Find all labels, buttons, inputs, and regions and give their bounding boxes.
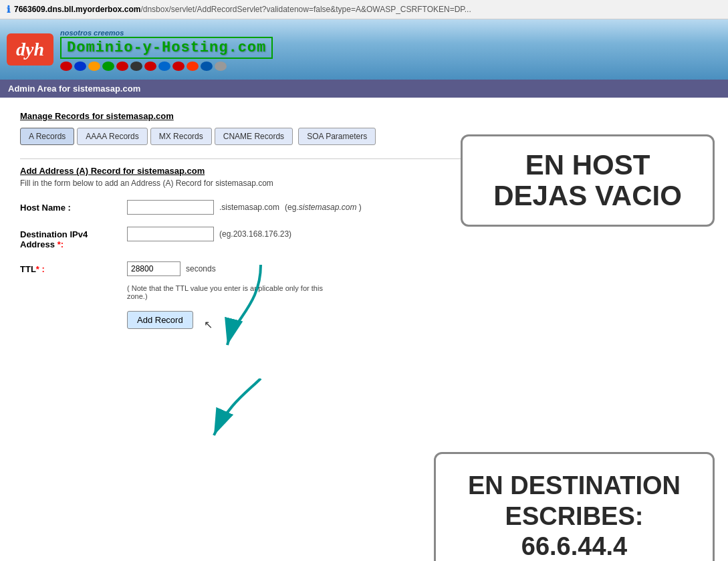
tab-cname-records[interactable]: CNAME Records [215, 128, 293, 145]
host-example-italic: sistemasap.com [299, 203, 357, 212]
brand-name: Dominio-y-Hosting.com [60, 37, 273, 59]
destination-input[interactable] [127, 227, 214, 241]
tab-soa-parameters[interactable]: SOA Parameters [298, 128, 376, 145]
tab-aaaa-records[interactable]: AAAA Records [77, 128, 147, 145]
callout-bottom-line2: ESCRIBES: [463, 501, 686, 532]
admin-area-label: Admin Area for sistemasap.com [8, 84, 140, 94]
callout-bottom-line1: EN DESTINATION [463, 471, 686, 501]
logo-section: dyh nosotros creemos Dominio-y-Hosting.c… [7, 29, 273, 71]
flag-2 [74, 62, 86, 71]
host-suffix: .sistemasap.com [219, 203, 279, 212]
flag-10 [187, 62, 199, 71]
flag-1 [60, 62, 72, 71]
ttl-suffix: seconds [186, 264, 216, 273]
callout-top-text: EN HOST DEJAS VACIO [483, 150, 693, 211]
dest-example: (eg.203.168.176.23) [219, 229, 291, 239]
destination-label-2: Address *: [20, 239, 64, 249]
flag-7 [144, 62, 156, 71]
host-name-input-area: .sistemasap.com (eg.sistemasap.com ) [127, 200, 362, 215]
host-name-label: Host Name : [20, 200, 127, 213]
destination-ipv4-row: Destination IPv4 Address *: (eg.203.168.… [20, 227, 708, 249]
tab-a-records[interactable]: A Records [20, 128, 74, 145]
ttl-input[interactable]: 28800 [127, 261, 180, 276]
callout-bottom-text: EN DESTINATION ESCRIBES: 66.6.44.4 [463, 471, 686, 561]
browser-url: 7663609.dns.bll.myorderbox.com/dnsbox/se… [14, 5, 471, 14]
flag-8 [158, 62, 170, 71]
tab-mx-records[interactable]: MX Records [150, 128, 212, 145]
destination-input-area: (eg.203.168.176.23) [127, 227, 291, 241]
dyh-logo: dyh [7, 33, 53, 66]
callout-top-line1: EN HOST [483, 150, 693, 181]
browser-bar: ℹ 7663609.dns.bll.myorderbox.com/dnsbox/… [0, 0, 728, 19]
brand-tagline: nosotros creemos [60, 29, 124, 37]
flag-11 [201, 62, 213, 71]
admin-bar: Admin Area for sistemasap.com [0, 80, 728, 98]
flags-row [60, 62, 227, 71]
add-record-button[interactable]: Add Record [127, 311, 193, 329]
brand-section: nosotros creemos Dominio-y-Hosting.com [60, 29, 273, 71]
ttl-input-area: 28800 seconds ( Note that the TTL value … [127, 261, 328, 329]
flag-9 [172, 62, 185, 71]
site-header: dyh nosotros creemos Dominio-y-Hosting.c… [0, 19, 728, 80]
host-example: (eg.sistemasap.com ) [285, 203, 362, 212]
main-content: Manage Records for sistemasap.com A Reco… [0, 98, 728, 354]
callout-bottom: EN DESTINATION ESCRIBES: 66.6.44.4 [434, 452, 715, 561]
callout-top: EN HOST DEJAS VACIO [461, 134, 715, 227]
flag-4 [102, 62, 114, 71]
flag-12 [215, 62, 227, 71]
manage-title: Manage Records for sistemasap.com [20, 111, 708, 121]
ttl-row: TTL* : 28800 seconds ( Note that the TTL… [20, 261, 708, 329]
flag-5 [116, 62, 128, 71]
destination-label: Destination IPv4 Address *: [20, 227, 127, 249]
ttl-note: ( Note that the TTL value you enter is a… [127, 284, 328, 300]
host-name-input[interactable] [127, 200, 214, 215]
callout-bottom-line3: 66.6.44.4 [463, 532, 686, 561]
arrow-bottom [207, 378, 287, 445]
ttl-label: TTL* : [20, 261, 127, 274]
info-icon: ℹ [7, 4, 10, 15]
flag-3 [88, 62, 100, 71]
callout-top-line2: DEJAS VACIO [483, 181, 693, 211]
flag-6 [130, 62, 142, 71]
